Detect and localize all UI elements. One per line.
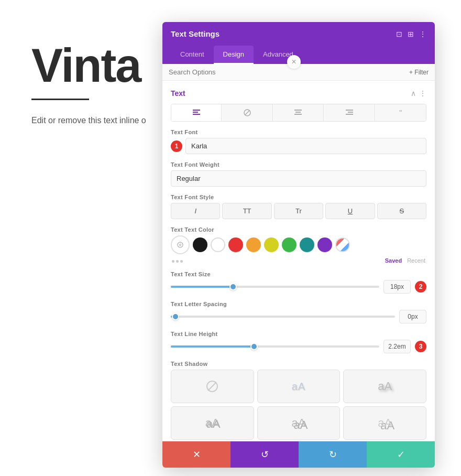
font-select[interactable]: Karla Arial Georgia bbox=[185, 138, 426, 154]
font-field-group: Text Font 1 Karla Arial Georgia bbox=[171, 129, 426, 154]
color-picker-btn[interactable] bbox=[171, 235, 190, 254]
font-label: Text Font bbox=[171, 129, 426, 135]
shadow-large2-btn[interactable]: aA bbox=[257, 406, 341, 440]
text-shadow-label: Text Shadow bbox=[171, 361, 426, 367]
confirm-button[interactable]: ✓ bbox=[367, 441, 435, 468]
search-input[interactable] bbox=[169, 68, 409, 76]
line-height-label: Text Line Height bbox=[171, 331, 426, 337]
line-height-fill bbox=[171, 345, 254, 348]
style-capitalize-btn[interactable]: Tr bbox=[274, 203, 323, 219]
shadow-large2-text: aA bbox=[292, 416, 306, 430]
svg-rect-10 bbox=[346, 114, 353, 115]
align-center-btn[interactable] bbox=[273, 104, 324, 121]
text-size-field-group: Text Text Size 18px 2 bbox=[171, 271, 426, 294]
shadow-large1-text: aA bbox=[205, 416, 219, 430]
font-badge: 1 bbox=[171, 140, 182, 152]
saved-recent: Saved Recent bbox=[385, 257, 425, 264]
color-dots bbox=[172, 260, 183, 263]
text-size-badge: 2 bbox=[415, 281, 426, 293]
text-color-field-group: Text Text Color bbox=[171, 226, 426, 264]
align-left-btn[interactable] bbox=[171, 104, 222, 121]
style-italic-btn[interactable]: I bbox=[171, 203, 220, 219]
shadow-large3-text: aA bbox=[378, 416, 392, 430]
section-header: Text ∧ ⋮ bbox=[171, 89, 426, 98]
style-underline-btn[interactable]: U bbox=[325, 203, 375, 219]
settings-panel: Text Settings ⊡ ⊞ ⋮ Content Design Advan… bbox=[162, 22, 435, 468]
background-subtitle: Edit or remove this text inline o bbox=[31, 116, 146, 125]
align-right-btn[interactable] bbox=[324, 104, 375, 121]
align-none-btn[interactable] bbox=[222, 104, 272, 121]
panel-footer: ✕ ↺ ↻ ✓ bbox=[162, 441, 435, 468]
saved-label[interactable]: Saved bbox=[385, 257, 402, 264]
color-orange[interactable] bbox=[246, 237, 261, 252]
svg-rect-9 bbox=[348, 112, 353, 113]
line-height-field-group: Text Line Height 2.2em 3 bbox=[171, 331, 426, 353]
color-yellow[interactable] bbox=[264, 237, 279, 252]
panel-title: Text Settings bbox=[171, 29, 219, 38]
line-height-slider-track[interactable] bbox=[171, 345, 379, 348]
svg-rect-6 bbox=[295, 112, 301, 113]
background-underline bbox=[31, 99, 89, 100]
text-size-slider-track[interactable] bbox=[171, 286, 379, 288]
recent-label[interactable]: Recent bbox=[407, 257, 425, 264]
filter-button[interactable]: + Filter bbox=[409, 69, 429, 76]
color-teal[interactable] bbox=[300, 237, 314, 252]
font-weight-field-group: Text Font Weight Regular Bold Light bbox=[171, 161, 426, 187]
line-height-thumb[interactable] bbox=[250, 343, 258, 350]
side-close-button[interactable]: ✕ bbox=[287, 55, 301, 69]
shadow-medium-text: aA bbox=[378, 380, 392, 393]
svg-line-4 bbox=[245, 111, 249, 115]
text-size-fill bbox=[171, 286, 233, 288]
letter-spacing-slider-row: 0px bbox=[171, 310, 426, 323]
svg-rect-8 bbox=[346, 110, 353, 111]
color-black[interactable] bbox=[193, 237, 207, 252]
color-white[interactable] bbox=[211, 237, 225, 252]
text-size-label: Text Text Size bbox=[171, 271, 426, 277]
font-field-with-badge: 1 Karla Arial Georgia bbox=[171, 138, 426, 154]
more-icon[interactable]: ⋮ bbox=[419, 30, 426, 38]
tab-content[interactable]: Content bbox=[171, 46, 214, 64]
background-title: Vinta bbox=[31, 42, 140, 89]
svg-point-11 bbox=[178, 242, 183, 247]
svg-rect-2 bbox=[193, 114, 200, 115]
text-size-value[interactable]: 18px bbox=[383, 280, 411, 294]
section-icons: ∧ ⋮ bbox=[411, 89, 426, 98]
cancel-button[interactable]: ✕ bbox=[162, 441, 230, 468]
color-purple[interactable] bbox=[317, 237, 332, 252]
shadow-small-text: aA bbox=[292, 381, 305, 393]
letter-spacing-slider-track[interactable] bbox=[171, 316, 395, 318]
collapse-icon[interactable]: ∧ bbox=[411, 89, 416, 98]
line-height-value[interactable]: 2.2em bbox=[383, 340, 411, 353]
color-row bbox=[171, 235, 426, 254]
shadow-large1-btn[interactable]: aA bbox=[171, 406, 254, 440]
font-weight-select[interactable]: Regular Bold Light bbox=[171, 170, 426, 187]
align-quote-btn[interactable]: " bbox=[376, 104, 426, 121]
tab-design[interactable]: Design bbox=[214, 46, 254, 64]
shadow-none-btn[interactable] bbox=[171, 370, 254, 403]
fullscreen-icon[interactable]: ⊡ bbox=[396, 30, 402, 38]
shadow-small-btn[interactable]: aA bbox=[257, 370, 341, 403]
alignment-buttons: " bbox=[171, 104, 426, 122]
color-custom[interactable] bbox=[335, 237, 350, 252]
redo-button[interactable]: ↻ bbox=[299, 441, 367, 468]
color-red[interactable] bbox=[228, 237, 243, 252]
font-style-buttons: I TT Tr U S bbox=[171, 203, 426, 219]
shadow-grid: aA aA aA aA aA bbox=[171, 370, 426, 440]
text-size-thumb[interactable] bbox=[229, 283, 237, 290]
shadow-large3-btn[interactable]: aA bbox=[343, 406, 426, 440]
shadow-medium-btn[interactable]: aA bbox=[343, 370, 426, 403]
layout-icon[interactable]: ⊞ bbox=[408, 30, 414, 38]
svg-rect-1 bbox=[193, 112, 198, 113]
reset-button[interactable]: ↺ bbox=[230, 441, 299, 468]
style-uppercase-btn[interactable]: TT bbox=[222, 203, 271, 219]
style-strikethrough-btn[interactable]: S bbox=[377, 203, 426, 219]
panel-body: Text ∧ ⋮ " Text Fo bbox=[162, 81, 435, 441]
letter-spacing-thumb[interactable] bbox=[172, 313, 179, 320]
svg-rect-0 bbox=[193, 110, 200, 111]
section-more-icon[interactable]: ⋮ bbox=[419, 89, 426, 98]
svg-rect-7 bbox=[294, 114, 302, 115]
text-size-slider-row: 18px 2 bbox=[171, 280, 426, 294]
letter-spacing-label: Text Letter Spacing bbox=[171, 301, 426, 307]
color-green[interactable] bbox=[282, 237, 297, 252]
letter-spacing-value[interactable]: 0px bbox=[399, 310, 426, 323]
